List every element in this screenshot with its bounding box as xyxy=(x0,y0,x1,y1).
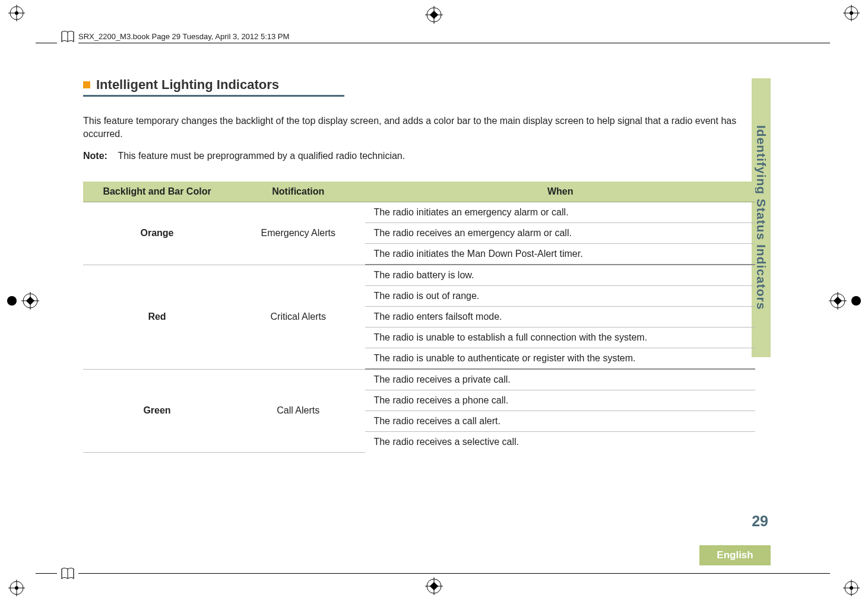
svg-rect-24 xyxy=(834,296,842,304)
cell-when: The radio enters failsoft mode. xyxy=(365,307,755,327)
language-label: English xyxy=(717,549,753,561)
svg-rect-33 xyxy=(430,582,438,590)
note-label: Note: xyxy=(83,151,107,161)
cell-when: The radio receives a call alert. xyxy=(365,411,755,432)
cell-when: The radio receives a phone call. xyxy=(365,390,755,411)
cell-when: The radio initiates an emergency alarm o… xyxy=(365,202,755,223)
footer-rule xyxy=(36,573,830,574)
book-icon xyxy=(57,565,78,582)
col-header-notification: Notification xyxy=(231,182,365,202)
section-bullet-icon xyxy=(83,81,90,88)
table-row: OrangeEmergency AlertsThe radio initiate… xyxy=(83,202,755,223)
cell-notification: Call Alerts xyxy=(231,369,365,452)
cell-when: The radio is unable to authenticate or r… xyxy=(365,348,755,370)
crop-mark-bottom-right xyxy=(843,580,860,596)
cell-when: The radio is out of range. xyxy=(365,286,755,307)
language-tab: English xyxy=(699,545,771,565)
cell-notification: Emergency Alerts xyxy=(231,202,365,265)
section-intro: This feature temporary changes the backl… xyxy=(83,115,755,140)
cell-when: The radio is unable to establish a full … xyxy=(365,327,755,348)
cell-when: The radio receives a private call. xyxy=(365,369,755,390)
registration-mark-right xyxy=(829,292,862,310)
section-heading-row: Intelligent Lighting Indicators xyxy=(83,77,755,93)
table-row: GreenCall AlertsThe radio receives a pri… xyxy=(83,369,755,390)
crop-mark-top-left xyxy=(8,5,25,21)
note-text: This feature must be preprogrammed by a … xyxy=(118,151,405,161)
table-row: RedCritical AlertsThe radio battery is l… xyxy=(83,265,755,286)
col-header-backlight: Backlight and Bar Color xyxy=(83,182,231,202)
cell-backlight-color: Red xyxy=(83,265,231,369)
cell-when: The radio receives a selective call. xyxy=(365,432,755,453)
indicators-table: Backlight and Bar Color Notification Whe… xyxy=(83,182,755,453)
cell-notification: Critical Alerts xyxy=(231,265,365,369)
book-icon xyxy=(57,28,78,45)
note: Note: This feature must be preprogrammed… xyxy=(83,151,755,161)
cell-when: The radio battery is low. xyxy=(365,265,755,286)
crop-mark-top-right xyxy=(843,5,860,21)
svg-point-16 xyxy=(7,296,17,306)
section-underline xyxy=(83,95,344,97)
cell-backlight-color: Orange xyxy=(83,202,231,265)
crop-mark-bottom-left xyxy=(8,580,25,596)
chapter-tab-label: Identifying Status Indicators xyxy=(754,125,768,310)
running-head: SRX_2200_M3.book Page 29 Tuesday, April … xyxy=(78,32,295,41)
page-content: Intelligent Lighting Indicators This fea… xyxy=(83,77,755,530)
header-rule xyxy=(36,43,830,43)
registration-mark-top xyxy=(425,6,443,24)
registration-mark-left xyxy=(6,292,39,310)
svg-point-25 xyxy=(851,296,861,306)
cell-backlight-color: Green xyxy=(83,369,231,452)
cell-when: The radio receives an emergency alarm or… xyxy=(365,223,755,244)
section-title: Intelligent Lighting Indicators xyxy=(96,77,279,93)
svg-rect-29 xyxy=(430,11,438,19)
cell-when: The radio initiates the Man Down Post-Al… xyxy=(365,244,755,265)
registration-mark-bottom xyxy=(425,577,443,595)
col-header-when: When xyxy=(365,182,755,202)
svg-rect-20 xyxy=(26,296,34,304)
